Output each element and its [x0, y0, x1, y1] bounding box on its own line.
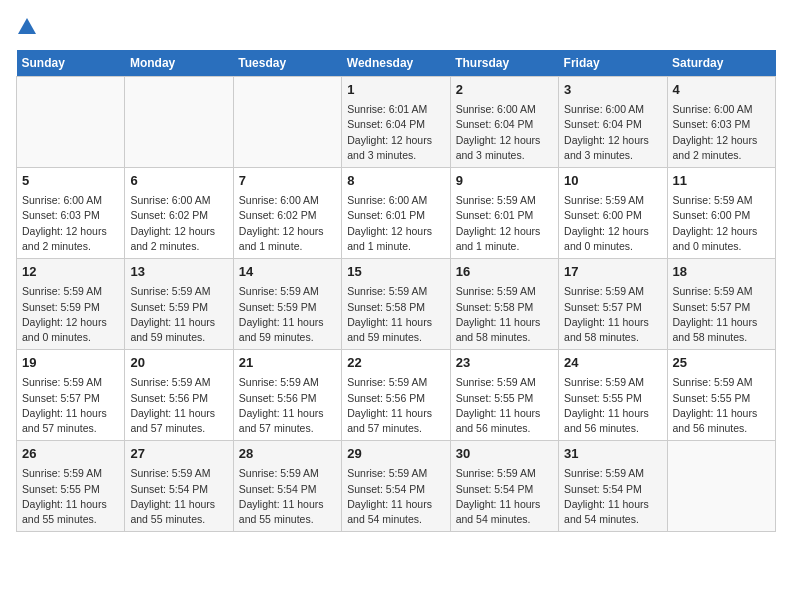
- calendar-cell: [233, 77, 341, 168]
- header: [16, 16, 776, 38]
- day-number: 13: [130, 263, 227, 281]
- calendar-cell: 4Sunrise: 6:00 AM Sunset: 6:03 PM Daylig…: [667, 77, 775, 168]
- day-info: Sunrise: 5:59 AM Sunset: 5:55 PM Dayligh…: [564, 375, 661, 436]
- day-number: 25: [673, 354, 770, 372]
- day-number: 19: [22, 354, 119, 372]
- day-info: Sunrise: 5:59 AM Sunset: 5:58 PM Dayligh…: [347, 284, 444, 345]
- weekday-header-friday: Friday: [559, 50, 667, 77]
- day-info: Sunrise: 5:59 AM Sunset: 5:56 PM Dayligh…: [130, 375, 227, 436]
- day-info: Sunrise: 5:59 AM Sunset: 5:59 PM Dayligh…: [22, 284, 119, 345]
- day-info: Sunrise: 5:59 AM Sunset: 5:59 PM Dayligh…: [239, 284, 336, 345]
- day-info: Sunrise: 5:59 AM Sunset: 5:54 PM Dayligh…: [564, 466, 661, 527]
- weekday-header-wednesday: Wednesday: [342, 50, 450, 77]
- calendar-cell: 25Sunrise: 5:59 AM Sunset: 5:55 PM Dayli…: [667, 350, 775, 441]
- day-number: 21: [239, 354, 336, 372]
- calendar-cell: [17, 77, 125, 168]
- day-number: 20: [130, 354, 227, 372]
- day-number: 1: [347, 81, 444, 99]
- calendar-cell: 18Sunrise: 5:59 AM Sunset: 5:57 PM Dayli…: [667, 259, 775, 350]
- day-number: 30: [456, 445, 553, 463]
- calendar-cell: 3Sunrise: 6:00 AM Sunset: 6:04 PM Daylig…: [559, 77, 667, 168]
- calendar-cell: [667, 441, 775, 532]
- day-number: 10: [564, 172, 661, 190]
- day-number: 27: [130, 445, 227, 463]
- calendar-cell: 23Sunrise: 5:59 AM Sunset: 5:55 PM Dayli…: [450, 350, 558, 441]
- weekday-header-monday: Monday: [125, 50, 233, 77]
- day-number: 18: [673, 263, 770, 281]
- day-info: Sunrise: 5:59 AM Sunset: 5:54 PM Dayligh…: [347, 466, 444, 527]
- svg-marker-0: [18, 18, 36, 34]
- day-info: Sunrise: 5:59 AM Sunset: 5:56 PM Dayligh…: [347, 375, 444, 436]
- day-info: Sunrise: 5:59 AM Sunset: 5:56 PM Dayligh…: [239, 375, 336, 436]
- day-info: Sunrise: 5:59 AM Sunset: 5:54 PM Dayligh…: [130, 466, 227, 527]
- day-info: Sunrise: 5:59 AM Sunset: 5:55 PM Dayligh…: [673, 375, 770, 436]
- weekday-header-tuesday: Tuesday: [233, 50, 341, 77]
- day-info: Sunrise: 6:00 AM Sunset: 6:03 PM Dayligh…: [22, 193, 119, 254]
- calendar-cell: 10Sunrise: 5:59 AM Sunset: 6:00 PM Dayli…: [559, 168, 667, 259]
- calendar-cell: 8Sunrise: 6:00 AM Sunset: 6:01 PM Daylig…: [342, 168, 450, 259]
- calendar-cell: 5Sunrise: 6:00 AM Sunset: 6:03 PM Daylig…: [17, 168, 125, 259]
- day-info: Sunrise: 6:00 AM Sunset: 6:02 PM Dayligh…: [130, 193, 227, 254]
- day-info: Sunrise: 5:59 AM Sunset: 6:00 PM Dayligh…: [564, 193, 661, 254]
- calendar-cell: 6Sunrise: 6:00 AM Sunset: 6:02 PM Daylig…: [125, 168, 233, 259]
- day-info: Sunrise: 5:59 AM Sunset: 5:54 PM Dayligh…: [456, 466, 553, 527]
- day-number: 3: [564, 81, 661, 99]
- logo: [16, 16, 42, 38]
- calendar-cell: 19Sunrise: 5:59 AM Sunset: 5:57 PM Dayli…: [17, 350, 125, 441]
- day-number: 2: [456, 81, 553, 99]
- calendar-cell: 2Sunrise: 6:00 AM Sunset: 6:04 PM Daylig…: [450, 77, 558, 168]
- calendar-cell: 20Sunrise: 5:59 AM Sunset: 5:56 PM Dayli…: [125, 350, 233, 441]
- day-info: Sunrise: 6:01 AM Sunset: 6:04 PM Dayligh…: [347, 102, 444, 163]
- calendar-cell: 16Sunrise: 5:59 AM Sunset: 5:58 PM Dayli…: [450, 259, 558, 350]
- calendar-cell: 1Sunrise: 6:01 AM Sunset: 6:04 PM Daylig…: [342, 77, 450, 168]
- calendar-cell: 30Sunrise: 5:59 AM Sunset: 5:54 PM Dayli…: [450, 441, 558, 532]
- calendar-table: SundayMondayTuesdayWednesdayThursdayFrid…: [16, 50, 776, 532]
- day-number: 28: [239, 445, 336, 463]
- day-info: Sunrise: 5:59 AM Sunset: 5:57 PM Dayligh…: [673, 284, 770, 345]
- day-number: 16: [456, 263, 553, 281]
- weekday-header-sunday: Sunday: [17, 50, 125, 77]
- calendar-cell: 29Sunrise: 5:59 AM Sunset: 5:54 PM Dayli…: [342, 441, 450, 532]
- calendar-cell: 26Sunrise: 5:59 AM Sunset: 5:55 PM Dayli…: [17, 441, 125, 532]
- calendar-cell: 22Sunrise: 5:59 AM Sunset: 5:56 PM Dayli…: [342, 350, 450, 441]
- day-info: Sunrise: 6:00 AM Sunset: 6:01 PM Dayligh…: [347, 193, 444, 254]
- calendar-cell: 21Sunrise: 5:59 AM Sunset: 5:56 PM Dayli…: [233, 350, 341, 441]
- day-info: Sunrise: 5:59 AM Sunset: 6:01 PM Dayligh…: [456, 193, 553, 254]
- day-number: 23: [456, 354, 553, 372]
- day-info: Sunrise: 6:00 AM Sunset: 6:02 PM Dayligh…: [239, 193, 336, 254]
- calendar-cell: 17Sunrise: 5:59 AM Sunset: 5:57 PM Dayli…: [559, 259, 667, 350]
- day-number: 11: [673, 172, 770, 190]
- day-info: Sunrise: 5:59 AM Sunset: 5:55 PM Dayligh…: [456, 375, 553, 436]
- day-info: Sunrise: 5:59 AM Sunset: 5:59 PM Dayligh…: [130, 284, 227, 345]
- day-number: 12: [22, 263, 119, 281]
- logo-icon: [16, 16, 38, 38]
- day-number: 9: [456, 172, 553, 190]
- day-info: Sunrise: 6:00 AM Sunset: 6:04 PM Dayligh…: [564, 102, 661, 163]
- day-number: 22: [347, 354, 444, 372]
- day-number: 29: [347, 445, 444, 463]
- calendar-cell: 13Sunrise: 5:59 AM Sunset: 5:59 PM Dayli…: [125, 259, 233, 350]
- day-number: 5: [22, 172, 119, 190]
- day-info: Sunrise: 5:59 AM Sunset: 6:00 PM Dayligh…: [673, 193, 770, 254]
- day-number: 24: [564, 354, 661, 372]
- calendar-cell: 28Sunrise: 5:59 AM Sunset: 5:54 PM Dayli…: [233, 441, 341, 532]
- day-number: 15: [347, 263, 444, 281]
- day-number: 4: [673, 81, 770, 99]
- day-info: Sunrise: 6:00 AM Sunset: 6:03 PM Dayligh…: [673, 102, 770, 163]
- weekday-header-thursday: Thursday: [450, 50, 558, 77]
- day-number: 31: [564, 445, 661, 463]
- day-number: 14: [239, 263, 336, 281]
- day-info: Sunrise: 5:59 AM Sunset: 5:57 PM Dayligh…: [22, 375, 119, 436]
- day-info: Sunrise: 5:59 AM Sunset: 5:54 PM Dayligh…: [239, 466, 336, 527]
- calendar-cell: 12Sunrise: 5:59 AM Sunset: 5:59 PM Dayli…: [17, 259, 125, 350]
- day-number: 7: [239, 172, 336, 190]
- day-number: 8: [347, 172, 444, 190]
- day-info: Sunrise: 5:59 AM Sunset: 5:57 PM Dayligh…: [564, 284, 661, 345]
- calendar-cell: 9Sunrise: 5:59 AM Sunset: 6:01 PM Daylig…: [450, 168, 558, 259]
- calendar-cell: [125, 77, 233, 168]
- day-info: Sunrise: 5:59 AM Sunset: 5:58 PM Dayligh…: [456, 284, 553, 345]
- weekday-header-saturday: Saturday: [667, 50, 775, 77]
- calendar-cell: 15Sunrise: 5:59 AM Sunset: 5:58 PM Dayli…: [342, 259, 450, 350]
- calendar-cell: 14Sunrise: 5:59 AM Sunset: 5:59 PM Dayli…: [233, 259, 341, 350]
- day-number: 6: [130, 172, 227, 190]
